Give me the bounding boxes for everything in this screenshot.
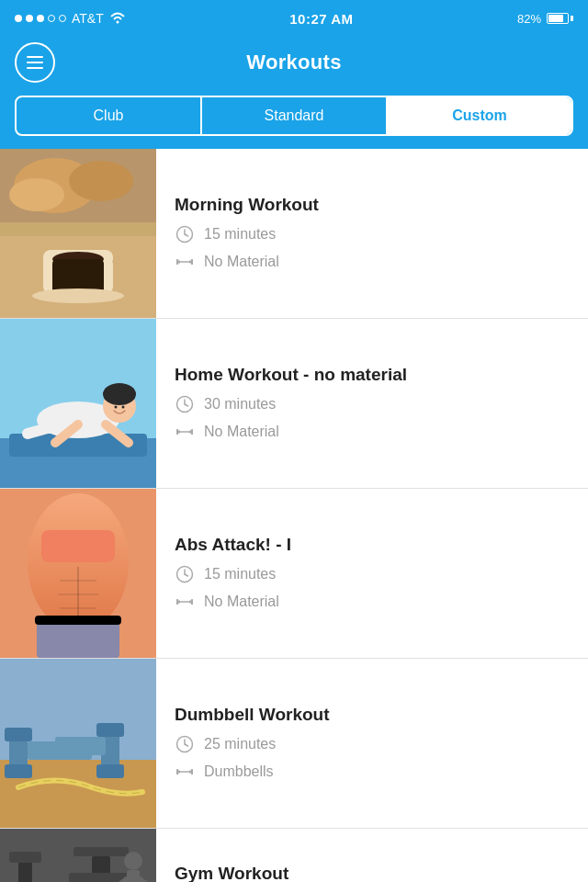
dot-5: [59, 15, 66, 22]
svg-rect-78: [74, 847, 129, 856]
dot-2: [26, 15, 33, 22]
material-row-home: No Material: [175, 422, 570, 442]
battery-label: 82%: [517, 12, 541, 26]
material-row-dumbbell: Dumbbells: [175, 762, 570, 782]
duration-text-dumbbell: 25 minutes: [204, 736, 276, 752]
svg-rect-47: [35, 616, 121, 625]
svg-rect-65: [55, 737, 106, 755]
material-text-abs: No Material: [204, 594, 279, 610]
svg-point-82: [124, 852, 142, 870]
duration-row-home: 30 minutes: [175, 394, 570, 414]
tab-standard[interactable]: Standard: [202, 97, 386, 134]
svg-rect-54: [191, 599, 193, 605]
workout-meta-home: 30 minutes No Material: [175, 394, 570, 442]
tab-club[interactable]: Club: [17, 97, 200, 134]
workout-info-abs: Abs Attack! - I 15 minutes: [156, 489, 588, 658]
status-bar: AT&T 10:27 AM 82%: [0, 0, 588, 37]
tab-bar: Club Standard Custom: [0, 96, 588, 149]
svg-rect-52: [176, 599, 178, 605]
duration-row-morning: 15 minutes: [175, 224, 570, 244]
svg-rect-70: [176, 769, 178, 775]
svg-rect-16: [176, 259, 178, 265]
svg-rect-38: [180, 432, 189, 434]
workout-thumb-dumbbell: [0, 659, 156, 829]
hamburger-icon: [27, 56, 43, 69]
dumbbell-icon-morning: [175, 252, 195, 272]
header: Workouts: [0, 37, 588, 96]
tabs-container: Club Standard Custom: [15, 96, 573, 136]
duration-text-home: 30 minutes: [204, 396, 276, 413]
dumbbell-icon-dumbbell: [175, 762, 195, 782]
workout-thumb-abs: [0, 489, 156, 659]
material-text-morning: No Material: [204, 254, 279, 270]
svg-rect-55: [180, 602, 189, 604]
clock-icon-dumbbell: [175, 734, 195, 754]
workout-meta-dumbbell: 25 minutes Dumbbells: [175, 734, 570, 782]
signal-dots: [15, 15, 66, 22]
workout-thumb-home: [0, 319, 156, 489]
workout-info-dumbbell: Dumbbell Workout 25 minutes: [156, 659, 588, 828]
svg-point-4: [69, 161, 133, 201]
dumbbell-icon-home: [175, 422, 195, 442]
svg-rect-35: [176, 429, 178, 435]
workout-thumb-gym: [0, 829, 156, 882]
svg-point-30: [122, 406, 125, 409]
workout-item-dumbbell[interactable]: Dumbbell Workout 25 minutes: [0, 659, 588, 829]
workout-item-home[interactable]: Home Workout - no material 30 minutes: [0, 319, 588, 489]
clock-icon-morning: [175, 224, 195, 244]
svg-rect-19: [180, 262, 189, 264]
material-text-dumbbell: Dumbbells: [204, 763, 274, 780]
workout-info-morning: Morning Workout 15 minutes: [156, 149, 588, 318]
workout-list: Morning Workout 15 minutes: [0, 149, 588, 882]
material-row-abs: No Material: [175, 592, 570, 612]
svg-rect-59: [5, 728, 32, 741]
status-time: 10:27 AM: [289, 11, 353, 27]
clock-icon-abs: [175, 564, 195, 584]
svg-point-11: [32, 288, 124, 303]
wifi-icon: [109, 11, 126, 27]
workout-name-abs: Abs Attack! - I: [175, 535, 570, 556]
duration-row-dumbbell: 25 minutes: [175, 734, 570, 754]
dot-4: [48, 15, 55, 22]
status-left: AT&T: [15, 11, 126, 27]
workout-item-abs[interactable]: Abs Attack! - I 15 minutes: [0, 489, 588, 659]
svg-point-25: [103, 383, 136, 405]
duration-text-abs: 15 minutes: [204, 566, 276, 582]
tab-custom[interactable]: Custom: [388, 97, 571, 134]
workout-meta-morning: 15 minutes No Material: [175, 224, 570, 272]
material-text-home: No Material: [204, 424, 279, 440]
dot-3: [37, 15, 44, 22]
workout-info-gym: Gym Workout: [156, 829, 588, 882]
menu-button[interactable]: [15, 42, 55, 83]
svg-line-33: [185, 404, 188, 406]
dumbbell-icon-abs: [175, 592, 195, 612]
svg-rect-76: [9, 852, 41, 863]
svg-rect-18: [191, 259, 193, 265]
svg-line-28: [28, 427, 51, 434]
workout-info-home: Home Workout - no material 30 minutes: [156, 319, 588, 488]
svg-rect-37: [191, 429, 193, 435]
workout-item-morning[interactable]: Morning Workout 15 minutes: [0, 149, 588, 319]
header-title: Workouts: [246, 51, 341, 74]
svg-rect-73: [180, 772, 189, 774]
duration-row-abs: 15 minutes: [175, 564, 570, 584]
battery-icon: [547, 13, 573, 24]
clock-icon-home: [175, 394, 195, 414]
workout-name-gym: Gym Workout: [175, 864, 570, 882]
svg-rect-63: [96, 723, 124, 737]
svg-line-14: [185, 234, 188, 236]
workout-name-home: Home Workout - no material: [175, 365, 570, 386]
workout-item-gym[interactable]: Gym Workout: [0, 829, 588, 882]
duration-text-morning: 15 minutes: [204, 226, 276, 243]
svg-point-5: [9, 178, 64, 211]
material-row-morning: No Material: [175, 252, 570, 272]
status-right: 82%: [517, 12, 573, 26]
workout-name-morning: Morning Workout: [175, 195, 570, 216]
svg-point-0: [116, 20, 119, 23]
svg-line-50: [185, 574, 188, 576]
workout-name-dumbbell: Dumbbell Workout: [175, 705, 570, 726]
workout-thumb-morning: [0, 149, 156, 319]
svg-rect-60: [5, 764, 32, 778]
dot-1: [15, 15, 22, 22]
svg-line-68: [185, 744, 188, 746]
